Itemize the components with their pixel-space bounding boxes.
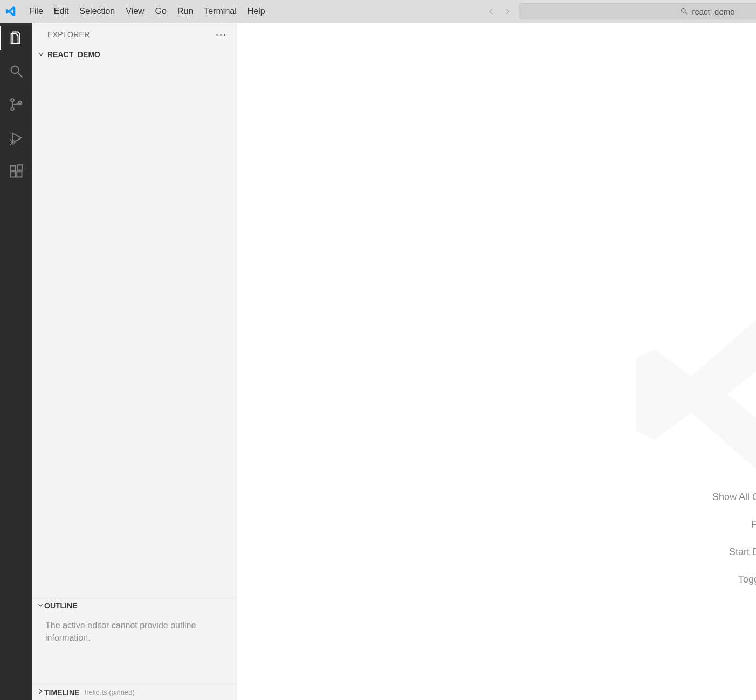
outline-header[interactable]: OUTLINE bbox=[32, 598, 237, 614]
chevron-down-icon bbox=[37, 50, 45, 59]
shortcut-line: Show All C bbox=[581, 491, 756, 503]
sidebar-title: EXPLORER bbox=[47, 30, 90, 39]
menu-view[interactable]: View bbox=[120, 0, 149, 23]
chevron-right-icon bbox=[37, 688, 44, 697]
activity-bar bbox=[0, 23, 32, 700]
vscode-logo-icon bbox=[4, 5, 17, 18]
svg-line-9 bbox=[10, 144, 11, 145]
sidebar-header: EXPLORER ··· bbox=[32, 23, 237, 46]
search-icon bbox=[680, 7, 689, 16]
shortcut-line: Fi bbox=[581, 519, 756, 530]
outline-title: OUTLINE bbox=[44, 601, 77, 610]
activity-extensions-icon[interactable] bbox=[6, 162, 26, 181]
menu-selection[interactable]: Selection bbox=[74, 0, 120, 23]
editor-area: Show All C Fi Start D Togg bbox=[237, 23, 756, 700]
svg-rect-10 bbox=[11, 166, 16, 171]
svg-line-1 bbox=[685, 12, 688, 14]
activity-explorer-icon[interactable] bbox=[6, 28, 26, 47]
watermark-logo-icon bbox=[632, 281, 756, 508]
menu-go[interactable]: Go bbox=[150, 0, 172, 23]
activity-run-debug-icon[interactable] bbox=[6, 128, 26, 148]
nav-back-icon[interactable] bbox=[486, 6, 497, 17]
activity-source-control-icon[interactable] bbox=[6, 95, 26, 114]
explorer-folder-body bbox=[32, 63, 237, 598]
menu-run[interactable]: Run bbox=[172, 0, 198, 23]
menu-terminal[interactable]: Terminal bbox=[198, 0, 242, 23]
svg-point-0 bbox=[682, 9, 686, 13]
title-bar: File Edit Selection View Go Run Terminal… bbox=[0, 0, 756, 23]
command-center-label: react_demo bbox=[692, 7, 734, 16]
explorer-folder-name: REACT_DEMO bbox=[47, 50, 100, 59]
timeline-header[interactable]: TIMELINE hello.ts (pinned) bbox=[32, 684, 237, 700]
shortcut-line: Start D bbox=[581, 546, 756, 558]
outline-message: The active editor cannot provide outline… bbox=[32, 614, 237, 649]
command-center[interactable]: react_demo bbox=[519, 3, 756, 19]
svg-point-2 bbox=[11, 66, 19, 74]
svg-rect-11 bbox=[11, 172, 16, 177]
nav-arrows bbox=[486, 6, 512, 17]
chevron-down-icon bbox=[37, 601, 44, 611]
svg-point-4 bbox=[11, 99, 14, 102]
explorer-folder-header[interactable]: REACT_DEMO bbox=[32, 46, 237, 63]
svg-point-5 bbox=[11, 107, 14, 110]
sidebar-more-icon[interactable]: ··· bbox=[214, 27, 229, 43]
svg-line-8 bbox=[10, 139, 11, 140]
menu-file[interactable]: File bbox=[24, 0, 49, 23]
svg-line-3 bbox=[18, 73, 23, 78]
timeline-title: TIMELINE bbox=[44, 688, 79, 697]
shortcut-hints: Show All C Fi Start D Togg bbox=[581, 491, 756, 585]
timeline-meta: hello.ts (pinned) bbox=[85, 688, 135, 696]
svg-rect-12 bbox=[17, 172, 22, 177]
menu-edit[interactable]: Edit bbox=[49, 0, 74, 23]
nav-forward-icon[interactable] bbox=[501, 6, 512, 17]
shortcut-line: Togg bbox=[581, 574, 756, 585]
activity-search-icon[interactable] bbox=[6, 61, 26, 81]
svg-rect-13 bbox=[17, 165, 22, 170]
menu-help[interactable]: Help bbox=[242, 0, 271, 23]
sidebar: EXPLORER ··· REACT_DEMO OUTLINE The acti… bbox=[32, 23, 237, 700]
